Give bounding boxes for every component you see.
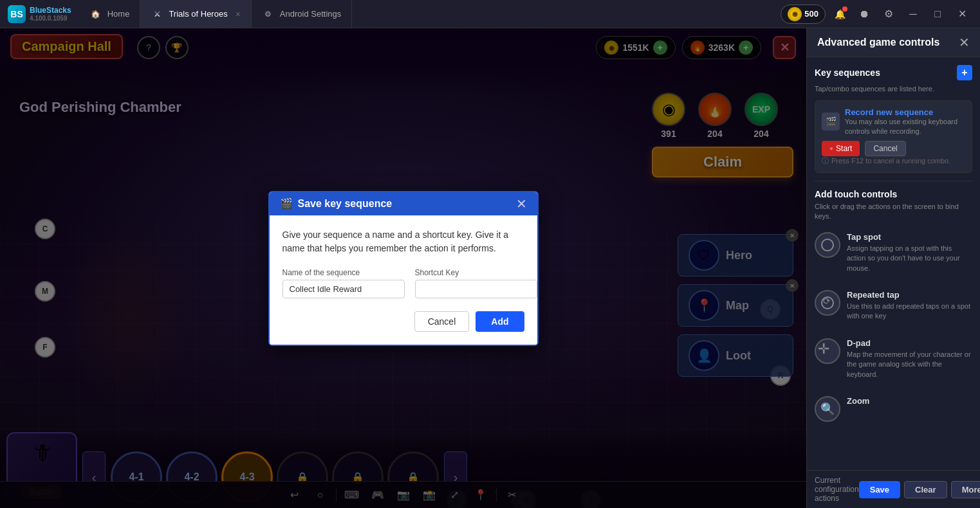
control-repeated-tap: Repeated tap Use this to add repeated ta…	[815, 286, 972, 325]
save-btn[interactable]: Save	[859, 481, 900, 498]
control-dpad: D-pad Map the movement of your character…	[815, 334, 972, 383]
name-label: Name of the sequence	[282, 268, 405, 277]
panel-header: Advanced game controls ✕	[807, 28, 980, 57]
dialog-message: Give your sequence a name and a shortcut…	[282, 228, 524, 255]
save-sequence-dialog: 🎬 Save key sequence ✕ Give your sequence…	[268, 191, 539, 346]
zoom-icon: 🔍	[815, 396, 840, 422]
repeated-tap-desc: Use this to add repeated taps on a spot …	[847, 302, 972, 322]
dpad-shape	[820, 343, 835, 359]
main-content: Campaign Hall ? 🏆 ◉ 1551K + 🔥 3263K +	[0, 28, 980, 508]
record-info: Record new sequence You may also use exi…	[845, 107, 965, 136]
tap-spot-icon	[815, 232, 840, 258]
controls-panel: Advanced game controls ✕ Key sequences +…	[806, 28, 980, 508]
dpad-icon	[815, 338, 840, 364]
repeated-tap-name: Repeated tap	[847, 290, 972, 300]
tab-android-settings[interactable]: ⚙ Android Settings	[252, 0, 352, 28]
repeated-tap-icon	[815, 290, 840, 316]
notification-dot	[842, 6, 847, 12]
record-title: Record new sequence	[845, 107, 965, 117]
close-app-btn[interactable]: ✕	[952, 4, 972, 24]
footer-actions: Save Clear More	[859, 481, 980, 498]
dpad-info: D-pad Map the movement of your character…	[847, 338, 972, 379]
shortcut-key-input[interactable]	[415, 280, 537, 298]
dialog-title-icon: 🎬	[280, 197, 293, 210]
repeated-tap-shape	[821, 296, 834, 309]
dpad-desc: Map the movement of your character or th…	[847, 350, 972, 379]
home-icon: 🏠	[89, 8, 102, 21]
cancel-recording-btn[interactable]: Cancel	[865, 141, 905, 156]
coin-icon: ◉	[788, 7, 802, 21]
coins-display: ◉ 500	[781, 5, 826, 24]
dpad-name: D-pad	[847, 338, 972, 348]
zoom-shape: 🔍	[820, 402, 835, 416]
record-controls: Start Cancel	[822, 141, 965, 156]
name-field-group: Name of the sequence	[282, 268, 405, 298]
sequence-name-input[interactable]	[282, 280, 405, 298]
panel-footer: Current configuration actions Save Clear…	[807, 470, 980, 508]
game-area: Campaign Hall ? 🏆 ◉ 1551K + 🔥 3263K +	[0, 28, 806, 508]
settings-icon: ⚙	[262, 8, 275, 21]
add-touch-title: Add touch controls	[815, 189, 972, 199]
tap-spot-desc: Assign tapping on a spot with this actio…	[847, 244, 972, 273]
more-btn[interactable]: More	[951, 481, 980, 498]
tap-circle-shape	[821, 239, 834, 251]
key-sequences-header: Key sequences +	[815, 65, 972, 80]
dialog-close-btn[interactable]: ✕	[516, 197, 527, 210]
panel-close-btn[interactable]: ✕	[959, 36, 970, 49]
bluestacks-name: BlueStacks 4.100.0.1059	[30, 6, 71, 22]
trials-icon: ⚔	[151, 8, 163, 21]
dialog-title: 🎬 Save key sequence	[280, 197, 393, 210]
tab-home[interactable]: 🏠 Home	[79, 0, 141, 28]
notification-btn[interactable]: 🔔	[829, 4, 850, 24]
section-divider-1	[815, 181, 972, 181]
tab-trials[interactable]: ⚔ Trials of Heroes ×	[140, 0, 251, 28]
bluestacks-icon: BS	[8, 5, 26, 23]
maximize-btn[interactable]: □	[927, 4, 948, 24]
zoom-name: Zoom	[847, 396, 972, 406]
panel-body: Key sequences + Tap/combo sequences are …	[807, 57, 980, 470]
clear-btn[interactable]: Clear	[904, 481, 947, 498]
add-touch-desc: Click or drag the actions on the screen …	[815, 202, 972, 222]
key-sequences-title: Key sequences	[815, 68, 880, 78]
dialog-body: Give your sequence a name and a shortcut…	[270, 215, 537, 345]
add-sequence-btn[interactable]: +	[957, 65, 972, 80]
bluestacks-logo: BS BlueStacks 4.100.0.1059	[0, 5, 79, 23]
record-btn[interactable]: ⏺	[854, 4, 874, 24]
title-bar: BS BlueStacks 4.100.0.1059 🏠 Home ⚔ Tria…	[0, 0, 980, 28]
config-label: Current configuration actions	[815, 476, 859, 503]
tab-trials-close[interactable]: ×	[236, 9, 241, 19]
f12-hint: ⓘ Press F12 to cancel a running combo.	[822, 156, 965, 166]
dialog-add-btn[interactable]: Add	[476, 311, 524, 332]
dialog-actions: Cancel Add	[282, 309, 524, 332]
dialog-overlay: 🎬 Save key sequence ✕ Give your sequence…	[0, 28, 806, 508]
shortcut-field-group: Shortcut Key	[415, 268, 537, 298]
record-icon: 🎬	[822, 113, 840, 131]
header-actions: ◉ 500 🔔 ⏺ ⚙ ─ □ ✕	[773, 4, 980, 24]
control-tap-spot: Tap spot Assign tapping on a spot with t…	[815, 228, 972, 277]
dialog-title-bar: 🎬 Save key sequence ✕	[270, 192, 537, 215]
tap-spot-info: Tap spot Assign tapping on a spot with t…	[847, 232, 972, 273]
key-sequences-desc: Tap/combo sequences are listed here.	[815, 84, 972, 94]
tab-group: 🏠 Home ⚔ Trials of Heroes × ⚙ Android Se…	[79, 0, 773, 28]
minimize-btn[interactable]: ─	[903, 4, 923, 24]
start-recording-btn[interactable]: Start	[822, 141, 860, 156]
shortcut-label: Shortcut Key	[415, 268, 537, 277]
zoom-info: Zoom	[847, 396, 972, 408]
record-box: 🎬 Record new sequence You may also use e…	[815, 100, 972, 173]
dialog-form-row: Name of the sequence Shortcut Key	[282, 268, 524, 298]
record-row: 🎬 Record new sequence You may also use e…	[822, 107, 965, 136]
panel-title: Advanced game controls	[817, 37, 939, 48]
repeated-tap-info: Repeated tap Use this to add repeated ta…	[847, 290, 972, 322]
gear-btn[interactable]: ⚙	[878, 4, 899, 24]
dialog-cancel-btn[interactable]: Cancel	[414, 311, 470, 332]
control-zoom: 🔍 Zoom	[815, 392, 972, 426]
tap-spot-name: Tap spot	[847, 232, 972, 242]
record-desc: You may also use existing keyboard contr…	[845, 117, 965, 136]
